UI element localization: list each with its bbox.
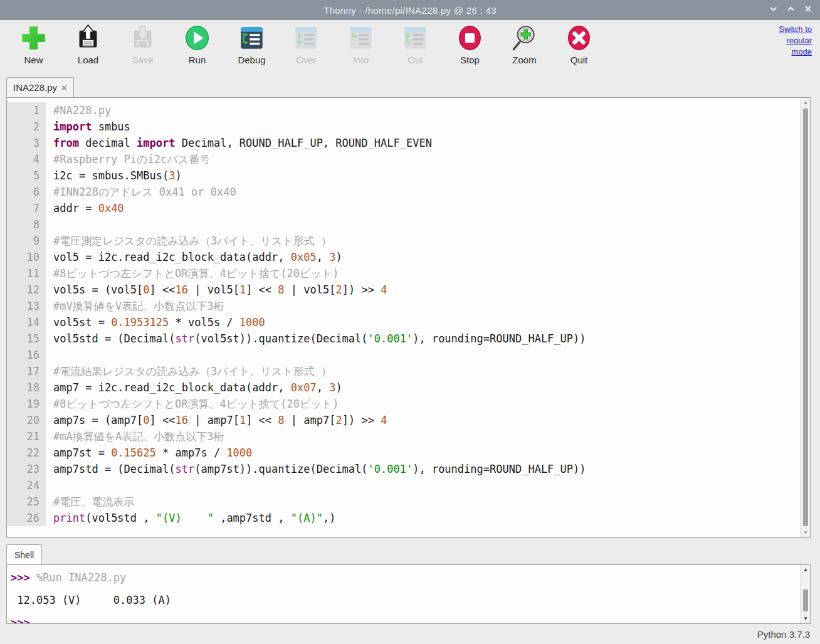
line-number: 1 — [7, 102, 46, 119]
code-text — [46, 216, 53, 233]
debug-icon — [238, 24, 265, 51]
toolbar-button-label: Load — [78, 55, 98, 65]
line-number: 13 — [7, 298, 46, 314]
scroll-down-icon[interactable]: ▼ — [801, 616, 810, 621]
toolbar-button-label: Stop — [460, 55, 480, 65]
code-text: amp7st = 0.15625 * amp7s / 1000 — [46, 445, 252, 461]
toolbar-button-label: Run — [189, 55, 206, 65]
code-line: 5i2c = smbus.SMBus(3) — [7, 167, 801, 184]
code-text — [46, 477, 53, 494]
code-text: vol5 = i2c.read_i2c_block_data(addr, 0x0… — [46, 249, 342, 265]
scroll-down-icon[interactable]: ▼ — [801, 530, 810, 536]
editor-tab-bar: INA228.py × — [0, 77, 820, 97]
line-number: 8 — [7, 216, 46, 233]
minimize-button[interactable] — [767, 4, 779, 16]
code-line: 23amp7std = (Decimal(str(amp7st)).quanti… — [7, 461, 801, 477]
title-bar: Thonny - /home/pi/INA228.py @ 26 : 43 — [0, 0, 820, 20]
status-bar: Python 3.7.3 — [0, 624, 820, 644]
code-line: 2import smbus — [7, 119, 801, 135]
window-controls — [767, 0, 814, 20]
code-text: i2c = smbus.SMBus(3) — [46, 167, 182, 184]
switch-to-regular-mode-link[interactable]: Switch to regular mode — [770, 24, 812, 58]
step-over-icon — [293, 24, 320, 51]
code-line: 13#mV換算値をV表記、小数点以下3桁 — [7, 298, 801, 314]
shell-scrollbar-thumb[interactable] — [803, 589, 808, 611]
code-text: #INN228のアドレス 0x41 or 0x40 — [46, 184, 236, 200]
load-button[interactable]: Load — [71, 24, 105, 65]
chevron-up-icon — [786, 4, 796, 16]
code-area[interactable]: 1#NA228.py2import smbus3from decimal imp… — [7, 98, 801, 537]
toolbar-button-label: Debug — [238, 55, 265, 65]
step-out-icon — [402, 24, 429, 51]
code-line: 21#mA換算値をA表記、小数点以下3桁 — [7, 428, 801, 445]
code-text: vol5s = (vol5[0] <<16 | vol5[1] << 8 | v… — [46, 282, 387, 298]
line-number: 11 — [7, 265, 46, 282]
into-button: Into — [344, 24, 378, 65]
line-number: 19 — [7, 396, 46, 412]
line-number: 18 — [7, 379, 46, 396]
code-text: print(vol5std , "(V) " ,amp7std , "(A)",… — [46, 510, 335, 526]
toolbar-button-label: Out — [407, 55, 423, 65]
code-line: 18amp7 = i2c.read_i2c_block_data(addr, 0… — [7, 379, 801, 396]
code-line: 17#電流結果レジスタの読み込み（3バイト、リスト形式 ） — [7, 363, 801, 379]
code-line: 25#電圧、電流表示 — [7, 494, 801, 510]
line-number: 23 — [7, 461, 46, 477]
toolbar-button-label: New — [24, 55, 43, 65]
code-text: #電流結果レジスタの読み込み（3バイト、リスト形式 ） — [46, 363, 332, 379]
quit-icon — [565, 24, 592, 51]
code-editor: 1#NA228.py2import smbus3from decimal imp… — [6, 97, 811, 538]
line-number: 14 — [7, 314, 46, 330]
line-number: 10 — [7, 249, 46, 265]
load-file-icon — [75, 24, 102, 51]
shell-tab-label: Shell — [14, 550, 34, 560]
quit-button[interactable]: Quit — [562, 24, 596, 65]
line-number: 16 — [7, 347, 46, 363]
close-icon — [804, 4, 812, 16]
debug-button[interactable]: Debug — [234, 24, 269, 65]
editor-scrollbar-thumb[interactable] — [803, 108, 808, 526]
code-text: #電圧、電流表示 — [46, 494, 134, 510]
code-line: 15vol5std = (Decimal(str(vol5st)).quanti… — [7, 330, 801, 347]
zoom-button[interactable]: Zoom — [507, 24, 542, 65]
code-text: from decimal import Decimal, ROUND_HALF_… — [46, 135, 432, 151]
maximize-button[interactable] — [785, 4, 796, 16]
line-number: 2 — [7, 119, 46, 135]
chevron-down-icon — [769, 4, 778, 16]
zoom-icon — [511, 24, 538, 51]
toolbar-button-label: Into — [353, 55, 369, 65]
scroll-up-icon[interactable]: ▲ — [801, 567, 810, 573]
shell-tab[interactable]: Shell — [6, 544, 42, 565]
line-number: 3 — [7, 135, 46, 151]
shell-line: >>> %Run INA228.py — [11, 566, 801, 589]
code-line: 20amp7s = (amp7[0] <<16 | amp7[1] << 8 |… — [7, 412, 801, 428]
code-line: 10vol5 = i2c.read_i2c_block_data(addr, 0… — [7, 249, 801, 265]
shell-scrollbar[interactable]: ▲ ▼ — [801, 565, 810, 623]
shell-line: 12.053 (V) 0.033 (A) — [11, 589, 801, 611]
editor-scrollbar[interactable]: ▲ ▼ — [801, 98, 810, 537]
line-number: 20 — [7, 412, 46, 428]
scroll-up-icon[interactable]: ▲ — [801, 100, 810, 105]
line-number: 24 — [7, 477, 46, 494]
tab-close-icon[interactable]: × — [61, 82, 67, 93]
shell-line: >>> — [11, 611, 801, 623]
line-number: 4 — [7, 151, 46, 167]
toolbar-button-label: Zoom — [512, 55, 536, 65]
code-line: 9#電圧測定レジスタの読み込み（3バイト、リスト形式 ） — [7, 233, 801, 249]
step-into-icon — [347, 24, 374, 51]
close-button[interactable] — [802, 4, 814, 16]
new-document-icon — [20, 24, 47, 51]
run-button[interactable]: Run — [180, 24, 214, 65]
tab-ina228[interactable]: INA228.py × — [6, 77, 74, 97]
stop-button[interactable]: Stop — [453, 24, 487, 65]
stop-icon — [456, 24, 483, 51]
line-number: 15 — [7, 330, 46, 347]
code-text: #電圧測定レジスタの読み込み（3バイト、リスト形式 ） — [46, 233, 332, 249]
code-text: amp7std = (Decimal(str(amp7st)).quantize… — [46, 461, 586, 477]
toolbar: NewLoadSaveRunDebugOverIntoOutStopZoomQu… — [0, 20, 820, 77]
shell-output[interactable]: >>> %Run INA228.py 12.053 (V) 0.033 (A)>… — [7, 565, 801, 623]
tab-label: INA228.py — [13, 82, 57, 93]
code-line: 8 — [7, 216, 801, 233]
new-button[interactable]: New — [16, 24, 51, 65]
line-number: 12 — [7, 282, 46, 298]
code-line: 26print(vol5std , "(V) " ,amp7std , "(A)… — [7, 510, 801, 526]
